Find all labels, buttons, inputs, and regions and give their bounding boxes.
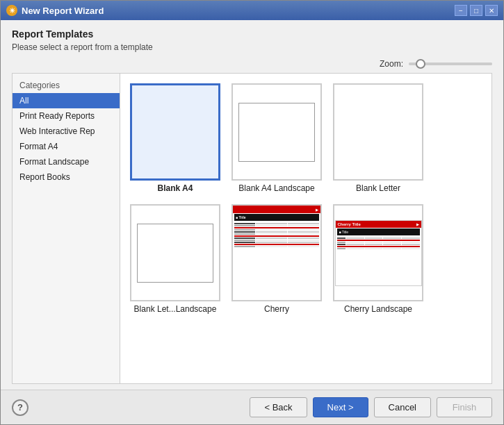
sidebar-item-print-ready[interactable]: Print Ready Reports — [13, 108, 120, 124]
template-label-blank-let-landscape: Blank Let...Landscape — [134, 304, 217, 314]
cherry-body — [233, 222, 320, 249]
section-subtitle: Please select a report from a template — [12, 42, 492, 52]
ls-cell — [365, 242, 383, 243]
ls-cell — [383, 238, 401, 239]
ls-cell — [383, 244, 401, 245]
sidebar-item-report-books[interactable]: Report Books — [13, 169, 120, 185]
cherry-cell — [288, 229, 319, 231]
window-title: New Report Wizard — [22, 6, 104, 16]
cherry-cell — [288, 246, 319, 247]
cherry-ls-logo-right: ▶ — [416, 222, 419, 226]
cherry-cell — [288, 223, 319, 224]
templates-area: Blank A4 Blank A4 Landscape Blank Letter — [120, 74, 491, 383]
cherry-cell — [234, 242, 255, 243]
title-bar-left: ☀ New Report Wizard — [6, 5, 104, 16]
ls-cell — [346, 242, 364, 243]
finish-button[interactable]: Finish — [437, 397, 492, 417]
ls-cell — [337, 248, 346, 249]
template-blank-let-landscape[interactable]: Blank Let...Landscape — [127, 201, 223, 317]
cherry-row-1 — [234, 223, 319, 224]
cherry-cell-red — [234, 227, 319, 228]
cherry-title-block: ■ Title — [234, 214, 319, 221]
template-blank-a4-landscape[interactable]: Blank A4 Landscape — [229, 81, 325, 196]
template-blank-letter[interactable]: Blank Letter — [330, 81, 426, 196]
next-button[interactable]: Next > — [313, 397, 368, 417]
ls-row-1 — [337, 238, 420, 239]
template-label-cherry: Cherry — [264, 304, 289, 314]
sidebar-header: Categories — [13, 76, 120, 93]
cherry-landscape-inner: Cherry Title ▶ ■ Title — [335, 220, 422, 286]
minimize-button[interactable]: − — [455, 5, 467, 16]
cherry-cell — [234, 246, 255, 247]
close-button[interactable]: ✕ — [485, 5, 498, 16]
restore-button[interactable]: □ — [470, 5, 482, 16]
ls-cell — [346, 238, 364, 239]
ls-cell — [402, 244, 420, 245]
template-cherry[interactable]: Cherry Title ▶ ■ Title — [229, 201, 325, 317]
sidebar-item-web-interactive[interactable]: Web Interactive Rep — [13, 124, 120, 139]
cancel-button[interactable]: Cancel — [374, 397, 431, 417]
cherry-cell — [256, 223, 287, 224]
ls-cell — [402, 248, 420, 249]
window-controls: − □ ✕ — [455, 5, 498, 16]
ls-cell — [365, 244, 383, 245]
ls-cell — [346, 244, 364, 245]
cherry-cell — [256, 246, 287, 247]
ls-row-4 — [337, 244, 420, 245]
ls-row-5 — [337, 246, 420, 247]
back-button[interactable]: < Back — [250, 397, 307, 417]
app-icon: ☀ — [6, 5, 17, 16]
template-preview-blank-let-landscape — [130, 204, 220, 301]
template-preview-cherry-landscape: Cherry Title ▶ ■ Title — [333, 204, 423, 301]
cherry-cell — [234, 233, 255, 235]
cherry-header: Cherry Title ▶ — [233, 206, 320, 213]
template-preview-cherry: Cherry Title ▶ ■ Title — [231, 204, 322, 301]
template-label-blank-a4: Blank A4 — [158, 183, 193, 193]
sidebar-item-all[interactable]: All — [13, 93, 120, 108]
ls-cell-red — [337, 240, 420, 241]
cherry-cell — [288, 240, 319, 241]
template-preview-blank-a4-landscape — [231, 83, 322, 181]
cherry-cell — [288, 242, 319, 243]
cherry-row-2 — [234, 225, 319, 226]
footer-bar: ? < Back Next > Cancel Finish — [1, 390, 503, 424]
cherry-cell-red — [234, 244, 319, 245]
template-blank-a4[interactable]: Blank A4 — [127, 81, 223, 196]
cherry-row-8 — [234, 238, 319, 239]
cherry-cell — [256, 231, 287, 233]
cherry-cell — [234, 229, 255, 231]
cherry-cell — [256, 242, 287, 243]
ls-cell — [346, 248, 364, 249]
template-label-blank-a4-landscape: Blank A4 Landscape — [238, 183, 314, 193]
ls-cell — [365, 238, 383, 239]
footer-left: ? — [12, 399, 29, 416]
cherry-row-11 — [234, 244, 319, 245]
cherry-row-9 — [234, 240, 319, 241]
cherry-row-7 — [234, 235, 319, 237]
ls-row-3 — [337, 242, 420, 243]
zoom-thumb[interactable] — [416, 59, 425, 69]
template-label-cherry-landscape: Cherry Landscape — [344, 304, 412, 314]
zoom-slider[interactable] — [409, 62, 492, 65]
cherry-row-3 — [234, 227, 319, 228]
template-label-blank-letter: Blank Letter — [356, 183, 400, 193]
zoom-row: Zoom: — [12, 59, 492, 69]
cherry-cell — [234, 223, 255, 224]
sidebar-item-format-landscape[interactable]: Format Landscape — [13, 154, 120, 169]
sidebar-item-format-a4[interactable]: Format A4 — [13, 139, 120, 154]
help-button[interactable]: ? — [12, 399, 29, 416]
ls-cell — [383, 242, 401, 243]
ls-cell-red — [337, 246, 420, 247]
cherry-ls-title: ■ Title — [337, 228, 420, 235]
cherry-cell — [256, 225, 287, 226]
cherry-cell — [256, 240, 287, 241]
zoom-label: Zoom: — [380, 59, 403, 69]
template-cherry-landscape[interactable]: Cherry Title ▶ ■ Title — [330, 201, 426, 317]
cherry-cell — [256, 229, 287, 231]
sidebar: Categories All Print Ready Reports Web I… — [13, 74, 120, 383]
cherry-cell — [234, 240, 255, 241]
cherry-cell — [234, 238, 255, 239]
content-area: Report Templates Please select a report … — [1, 20, 503, 390]
cherry-cell — [288, 231, 319, 233]
main-panel: Categories All Print Ready Reports Web I… — [12, 73, 492, 384]
